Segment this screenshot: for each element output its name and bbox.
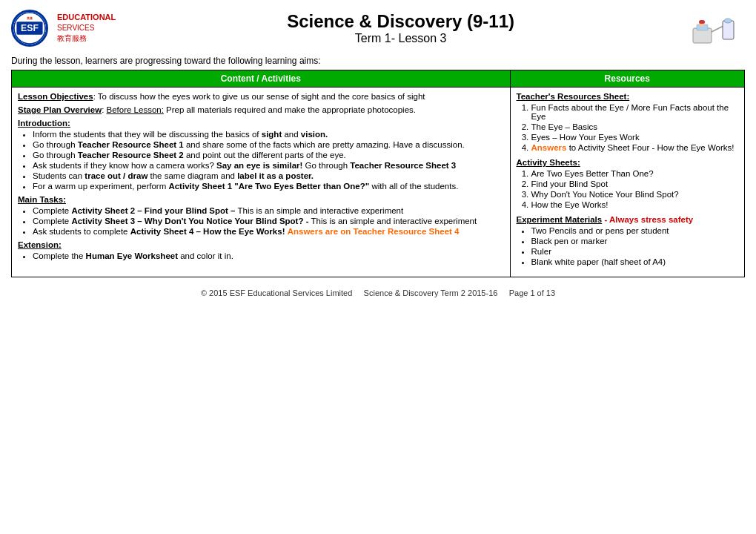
teachers-resources: Teacher's Resources Sheet: Fun Facts abo… bbox=[517, 92, 738, 152]
introduction-header: Introduction: bbox=[18, 119, 504, 128]
list-item: Complete the Human Eye Worksheet and col… bbox=[33, 251, 504, 260]
experiment-label: Experiment Materials bbox=[517, 215, 603, 224]
lesson-objectives-text: : To discuss how the eyes work to give u… bbox=[93, 92, 425, 101]
list-item: Answers to Activity Sheet Four - How the… bbox=[531, 143, 738, 152]
extension-section: Extension: Complete the Human Eye Worksh… bbox=[18, 240, 504, 260]
logo-line2: SERVICES bbox=[57, 23, 116, 33]
svg-text:英基: 英基 bbox=[26, 16, 33, 19]
answers-text: Answers are on Teacher Resource Sheet 4 bbox=[288, 227, 460, 236]
resources-header: Resources bbox=[510, 70, 744, 88]
list-item: Go through Teacher Resource Sheet 2 and … bbox=[33, 151, 504, 159]
extension-list: Complete the Human Eye Worksheet and col… bbox=[33, 251, 504, 260]
list-item: Complete Activity Sheet 2 – Find your Bl… bbox=[33, 206, 504, 215]
experiment-list: Two Pencils and or pens per student Blac… bbox=[531, 226, 738, 266]
list-item: Go through Teacher Resource Sheet 1 and … bbox=[33, 140, 504, 149]
logo-line1: EDUCATIONAL bbox=[57, 12, 116, 23]
list-item: Find your Blind Spot bbox=[531, 179, 738, 188]
content-header: Content / Activities bbox=[12, 70, 511, 88]
svg-text:ESF: ESF bbox=[21, 22, 39, 33]
main-title: Science & Discovery (9-11) bbox=[116, 11, 686, 32]
resources-cell: Teacher's Resources Sheet: Fun Facts abo… bbox=[510, 88, 744, 277]
safety-text: - Always stress safety bbox=[602, 215, 693, 224]
subtitle: Term 1- Lesson 3 bbox=[116, 32, 686, 45]
main-tasks-section: Main Tasks: Complete Activity Sheet 2 – … bbox=[18, 195, 504, 236]
experiment-materials: Experiment Materials - Always stress saf… bbox=[517, 215, 738, 266]
activity-sheets-label: Activity Sheets: bbox=[517, 158, 580, 167]
list-item: The Eye – Basics bbox=[531, 122, 738, 131]
logo-chinese: 教育服務 bbox=[57, 33, 116, 44]
lesson-objectives-label: Lesson Objectives bbox=[18, 92, 93, 101]
footer-course: Science & Discovery Term 2 2015-16 bbox=[364, 289, 498, 297]
logo-section: ESF 英基 EDUCATIONAL SERVICES 教育服務 bbox=[11, 10, 116, 47]
list-item: For a warm up experiment, perform Activi… bbox=[33, 182, 504, 191]
intro-text: During the lesson, learners are progress… bbox=[11, 56, 745, 66]
list-item: Two Pencils and or pens per student bbox=[531, 226, 738, 235]
esf-logo: ESF 英基 bbox=[11, 10, 48, 47]
list-item: Inform the students that they will be di… bbox=[33, 130, 504, 139]
extension-header: Extension: bbox=[18, 240, 504, 249]
list-item: Ask students if they know how a camera w… bbox=[33, 161, 504, 170]
activity-sheets: Activity Sheets: Are Two Eyes Better Tha… bbox=[517, 158, 738, 209]
logo-text: EDUCATIONAL SERVICES 教育服務 bbox=[57, 12, 116, 44]
stage-plan: Stage Plan Overview: Before Lesson: Prep… bbox=[18, 105, 504, 114]
footer-page: Page 1 of 13 bbox=[509, 289, 555, 297]
list-item: Eyes – How Your Eyes Work bbox=[531, 133, 738, 142]
resources-list: Fun Facts about the Eye / More Fun Facts… bbox=[531, 103, 738, 152]
list-item: Black pen or marker bbox=[531, 237, 738, 245]
svg-rect-7 bbox=[699, 20, 705, 24]
main-tasks-header: Main Tasks: bbox=[18, 195, 504, 204]
introduction-section: Introduction: Inform the students that t… bbox=[18, 119, 504, 191]
main-tasks-list: Complete Activity Sheet 2 – Find your Bl… bbox=[33, 206, 504, 236]
before-lesson-link: Before Lesson: bbox=[107, 105, 164, 114]
svg-point-10 bbox=[724, 19, 732, 23]
list-item: Students can trace out / draw the same d… bbox=[33, 171, 504, 180]
list-item: Ask students to complete Activity Sheet … bbox=[33, 227, 504, 236]
list-item: Blank white paper (half sheet of A4) bbox=[531, 257, 738, 266]
stage-plan-label: Stage Plan Overview bbox=[18, 105, 102, 114]
stage-plan-text: Prep all materials required and make the… bbox=[164, 105, 416, 114]
intro-bullet-list: Inform the students that they will be di… bbox=[33, 130, 504, 191]
lesson-objectives: Lesson Objectives: To discuss how the ey… bbox=[18, 92, 504, 101]
page-footer: © 2015 ESF Educational Services Limited … bbox=[11, 289, 745, 297]
list-item: Are Two Eyes Better Than One? bbox=[531, 169, 738, 178]
list-item: How the Eye Works! bbox=[531, 200, 738, 209]
resources-header-label: Teacher's Resources Sheet: bbox=[517, 92, 630, 101]
list-item: Complete Activity Sheet 3 – Why Don't Yo… bbox=[33, 217, 504, 225]
page-header: ESF 英基 EDUCATIONAL SERVICES 教育服務 Science… bbox=[11, 7, 745, 48]
page-title-section: Science & Discovery (9-11) Term 1- Lesso… bbox=[116, 11, 686, 45]
answers-label: Answers bbox=[531, 143, 567, 152]
svg-rect-9 bbox=[723, 21, 734, 39]
list-item: Why Don't You Notice Your Blind Spot? bbox=[531, 190, 738, 199]
list-item: Fun Facts about the Eye / More Fun Facts… bbox=[531, 103, 738, 121]
footer-copyright: © 2015 ESF Educational Services Limited bbox=[201, 289, 352, 297]
content-cell: Lesson Objectives: To discuss how the ey… bbox=[12, 88, 511, 277]
activity-list: Are Two Eyes Better Than One? Find your … bbox=[531, 169, 738, 209]
list-item: Ruler bbox=[531, 247, 738, 256]
main-content-table: Content / Activities Resources Lesson Ob… bbox=[11, 70, 745, 277]
header-illustration bbox=[686, 7, 745, 48]
